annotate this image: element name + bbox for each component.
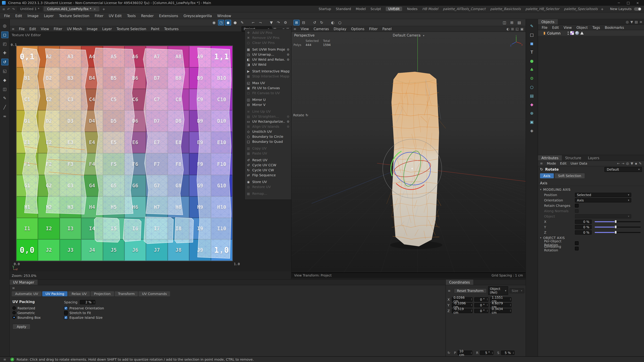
zoom-tool-icon[interactable]: ◎ bbox=[1, 22, 8, 29]
command-flip-sequence[interactable]: ⇄Flip Sequence bbox=[245, 173, 291, 178]
spinner-icon[interactable]: ▴▾ bbox=[471, 298, 472, 301]
uv-menu-uv-mesh[interactable]: UV Mesh bbox=[64, 26, 84, 31]
command-unstitch-uv[interactable]: ◇Unstitch UV bbox=[245, 129, 291, 134]
gear-icon[interactable]: ⚙ bbox=[287, 125, 290, 128]
uv-island-strip-5[interactable] bbox=[197, 48, 231, 258]
generator-icon[interactable]: ♣ bbox=[528, 67, 536, 73]
wire-sphere-icon[interactable]: ○ bbox=[337, 19, 343, 25]
menu-icon[interactable]: ≡ bbox=[640, 20, 642, 24]
viewport-menu-panel[interactable]: Panel bbox=[380, 26, 394, 31]
menu-icon[interactable]: ≡ bbox=[3, 358, 6, 361]
spinner-icon[interactable]: ▴▾ bbox=[487, 303, 488, 307]
gear-icon[interactable]: ⚙ bbox=[287, 115, 290, 118]
option-stretch-to-fit[interactable]: Stretch to Fit bbox=[64, 310, 104, 315]
uv-island-piece-1[interactable] bbox=[94, 218, 120, 242]
lock-icon[interactable]: ▪ bbox=[635, 162, 637, 165]
tab-uv-commands[interactable]: UV Commands bbox=[139, 291, 170, 296]
menu-filter[interactable]: Filter bbox=[92, 13, 106, 18]
objects-menu-bookmarks[interactable]: Bookmarks bbox=[602, 25, 626, 30]
sphere-primitive-icon[interactable]: ● bbox=[528, 58, 536, 64]
layout-model[interactable]: Model bbox=[356, 7, 366, 11]
z-position-field[interactable]: -0.519 cm▴▾ bbox=[452, 309, 472, 313]
spacing-field[interactable]: 2 % ▴▾ bbox=[80, 300, 95, 304]
environment-icon[interactable]: ⊕ bbox=[528, 110, 536, 116]
layout-startup[interactable]: Startup bbox=[319, 7, 331, 11]
shaded-sphere-icon[interactable]: ◐ bbox=[330, 19, 336, 25]
option-preserve-orientation[interactable]: ✓Preserve Orientation bbox=[64, 306, 104, 310]
uv-menu-edit[interactable]: Edit bbox=[27, 26, 38, 31]
grid-snap-icon[interactable]: ⊞ bbox=[294, 19, 300, 25]
spinner-icon[interactable]: ▴▾ bbox=[487, 298, 488, 301]
camera-label[interactable]: Default Camera ▾ bbox=[292, 33, 526, 37]
group-header-modeling-axis[interactable]: ▾MODELING AXIS bbox=[538, 187, 644, 192]
columns-icon[interactable]: ▤ bbox=[634, 20, 638, 24]
forward-icon[interactable]: ↷ bbox=[11, 7, 16, 11]
menu-icon[interactable]: ≡ bbox=[540, 162, 543, 165]
rotate-cw-icon[interactable]: ↻ bbox=[319, 19, 325, 25]
magic-icon[interactable]: ◈ bbox=[528, 128, 536, 134]
menu-extensions[interactable]: Extensions bbox=[156, 13, 181, 18]
corner-right-icon[interactable]: ¬ bbox=[257, 19, 263, 25]
menu-texture-selection[interactable]: Texture Selection bbox=[56, 13, 92, 18]
add-document-button[interactable]: + bbox=[100, 7, 107, 11]
search-icon[interactable]: ◎ bbox=[626, 162, 629, 165]
uturn-icon[interactable]: ↷ bbox=[276, 19, 282, 25]
grid-icon[interactable]: ⊟ bbox=[300, 19, 306, 25]
radio-rasterized[interactable]: Rasterized bbox=[12, 306, 53, 310]
ring-icon[interactable]: ○ bbox=[528, 84, 536, 90]
move-tool-icon[interactable]: ✚ bbox=[1, 50, 8, 56]
command-max-uv[interactable]: ◱Max UV bbox=[245, 80, 291, 85]
uv-menu-texture-selection[interactable]: Texture Selection bbox=[114, 26, 148, 31]
uvw-tag-icon[interactable] bbox=[570, 31, 574, 35]
attributes-menu-user-data[interactable]: User Data bbox=[568, 161, 589, 166]
layout-hb-model[interactable]: HB Model bbox=[422, 7, 438, 11]
gear-icon[interactable]: ⚙ bbox=[282, 19, 288, 25]
uv-point-mode-icon[interactable]: ◳ bbox=[218, 19, 224, 25]
command-uv-weld-and-relax[interactable]: ◧UV Weld and Relax...⚙ bbox=[245, 57, 291, 62]
mirror-tool-icon[interactable]: ◫ bbox=[1, 86, 8, 92]
command-mirror-u[interactable]: ◫Mirror U bbox=[245, 97, 291, 102]
layout-palette-hb-selector[interactable]: palette_HB_Selector bbox=[526, 7, 559, 11]
menu-uv-edit[interactable]: UV Edit bbox=[106, 13, 124, 18]
render-view-icon[interactable]: ◐ bbox=[506, 27, 509, 31]
viewport-menu-options[interactable]: Options bbox=[349, 26, 366, 31]
command-mirror-v[interactable]: ⊟Mirror V bbox=[245, 102, 291, 107]
filter-icon[interactable]: ▼ bbox=[630, 20, 633, 24]
document-tab-column-a01-lowpoly-fbx[interactable]: Column.A01_LowPoly.fbx *× bbox=[44, 6, 99, 11]
z-size-field[interactable]: 0.3434 cm▴▾ bbox=[490, 309, 512, 313]
gizmo-center[interactable] bbox=[412, 168, 413, 169]
search-icon[interactable]: ◎ bbox=[626, 20, 628, 24]
tab-coordinates[interactable]: Coordinates bbox=[446, 280, 473, 285]
text-tool-icon[interactable]: T bbox=[528, 49, 536, 55]
layout-nodes[interactable]: Nodes bbox=[407, 7, 418, 11]
menu-window[interactable]: Window bbox=[214, 13, 234, 18]
option-equalize-island-size[interactable]: ✓Equalize Island Size bbox=[64, 315, 104, 320]
menu-greyscalegorilla[interactable]: Greyscalegorilla bbox=[181, 13, 214, 18]
quantize-r-field[interactable]: 5 °▴▾ bbox=[480, 351, 494, 355]
checkbox-per-object-rotation[interactable] bbox=[575, 241, 578, 245]
uv-island-piece-4[interactable] bbox=[175, 218, 194, 243]
y-rotation-field[interactable]: 0 °▴▾ bbox=[474, 303, 488, 307]
menu-icon[interactable]: ≡ bbox=[12, 27, 14, 31]
uv-island-strip-3[interactable] bbox=[94, 48, 135, 215]
dropdown-orientation[interactable]: Axis▾ bbox=[575, 198, 631, 202]
uv-menu-filter[interactable]: Filter bbox=[51, 26, 64, 31]
corner-left-icon[interactable]: ⌐ bbox=[250, 19, 256, 25]
spinner-icon[interactable]: ▴▾ bbox=[94, 300, 94, 304]
preset-dropdown[interactable]: Default ▾ bbox=[604, 167, 642, 172]
menu-image[interactable]: Image bbox=[25, 13, 41, 18]
checkbox-stretch-to-fit[interactable] bbox=[64, 311, 68, 315]
command-set-uvw-from-projection[interactable]: ▦Set UVW from Projection⚙ bbox=[245, 47, 291, 52]
minimize-button[interactable]: ─ bbox=[614, 1, 623, 5]
attributes-menu-edit[interactable]: Edit bbox=[558, 161, 568, 166]
rotate-snap-icon[interactable]: ↻ bbox=[448, 351, 450, 355]
spinner-icon[interactable]: ▴▾ bbox=[487, 309, 488, 313]
spline-pen-icon[interactable]: ✎ bbox=[528, 23, 536, 29]
gear-icon[interactable]: ⚙ bbox=[287, 120, 290, 123]
value-field-x[interactable]: 0 % bbox=[575, 219, 592, 224]
tab-objects[interactable]: Objects bbox=[538, 19, 558, 24]
object-row-column[interactable]: ▮ Column bbox=[538, 30, 644, 36]
scale-tool-icon[interactable]: ◱ bbox=[1, 68, 8, 74]
spinner-icon[interactable]: ▴▾ bbox=[471, 303, 472, 307]
pin-icon[interactable]: ✎ bbox=[639, 162, 642, 165]
